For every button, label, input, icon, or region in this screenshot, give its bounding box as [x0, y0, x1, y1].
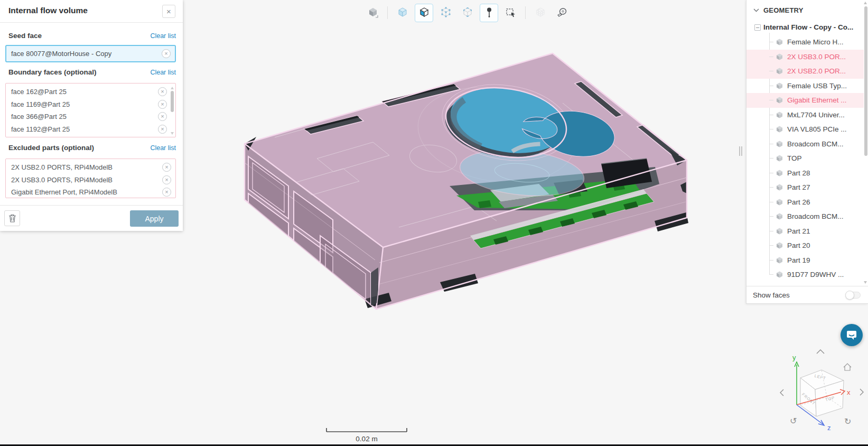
- solid-cube-view-icon[interactable]: [363, 4, 382, 22]
- mesh-cube-icon[interactable]: [531, 4, 549, 22]
- part-cube-icon: [776, 68, 783, 75]
- geometry-tree-item[interactable]: Part 19: [746, 253, 864, 268]
- geometry-tree-item[interactable]: VIA VL805 PCIe ...: [746, 122, 864, 137]
- face-list-item[interactable]: face 1169@Part 25×: [6, 98, 175, 111]
- tree-item-label: Broadcom BCM...: [787, 140, 844, 148]
- scroll-up-icon[interactable]: [171, 87, 174, 89]
- face-list-item[interactable]: face 366@Part 25×: [6, 110, 175, 123]
- box-select-icon[interactable]: [501, 4, 520, 22]
- rotate-left-button[interactable]: [780, 389, 783, 396]
- seed-clear-list-link[interactable]: Clear list: [150, 32, 176, 40]
- geometry-tree-item[interactable]: 2X USB2.0 POR...: [746, 64, 864, 79]
- face-select-cube-icon[interactable]: [415, 4, 433, 22]
- geometry-tree-item[interactable]: Gigabit Ethernet ...: [746, 93, 864, 108]
- excluded-clear-list-link[interactable]: Clear list: [150, 144, 176, 152]
- rotate-up-button[interactable]: [817, 350, 824, 354]
- seed-face-input[interactable]: face 80077@MotorHouse - Copy ×: [5, 45, 176, 62]
- tree-item-label: TOP: [787, 154, 802, 162]
- geometry-tree-item[interactable]: Part 20: [746, 238, 864, 253]
- rotate-right-button[interactable]: [860, 389, 863, 395]
- part-cube-icon: [776, 141, 783, 147]
- remove-item-button[interactable]: ×: [162, 175, 171, 184]
- roll-ccw-button[interactable]: ↺: [790, 416, 797, 425]
- face-list-item[interactable]: 2X USB2.0 PORTS, RPi4ModelB×: [6, 161, 175, 174]
- geometry-tree-item[interactable]: Part 27: [746, 180, 864, 195]
- chat-bubble-icon: [846, 329, 857, 341]
- geometry-tree-item[interactable]: 2X USB3.0 POR...: [746, 50, 864, 64]
- remove-item-button[interactable]: ×: [162, 163, 171, 172]
- probe-pin-icon[interactable]: [480, 4, 498, 22]
- geometry-tree-item[interactable]: Part 28: [746, 166, 864, 181]
- geometry-tree-item[interactable]: Part 21: [746, 224, 864, 239]
- chat-support-button[interactable]: [841, 324, 863, 346]
- tree-children: Female Micro H...2X USB3.0 POR...2X USB2…: [746, 35, 868, 282]
- geometry-tree-item[interactable]: Broadcom BCM...: [746, 137, 864, 152]
- part-cube-icon: [776, 155, 783, 162]
- part-cube-icon: [776, 126, 783, 133]
- geometry-tree-header[interactable]: GEOMETRY: [746, 3, 864, 17]
- delete-button[interactable]: [4, 210, 20, 226]
- tree-item-label: Part 20: [787, 241, 810, 249]
- geometry-tree-item[interactable]: TOP: [746, 151, 864, 166]
- seed-face-label: Seed face: [8, 32, 42, 40]
- boundary-faces-list[interactable]: face 162@Part 25×face 1169@Part 25×face …: [5, 83, 176, 137]
- tree-scrollbar[interactable]: [864, 6, 867, 156]
- measure-tool-icon[interactable]: [553, 4, 571, 22]
- face-list-item[interactable]: 2X USB3.0 PORTS, RPi4ModelB×: [6, 174, 175, 187]
- scroll-up-icon[interactable]: [864, 2, 867, 4]
- remove-item-button[interactable]: ×: [162, 188, 171, 197]
- geometry-tree-item[interactable]: MxL7704 Univer...: [746, 108, 864, 123]
- tree-item-label: Gigabit Ethernet ...: [787, 96, 847, 104]
- scroll-down-icon[interactable]: [171, 132, 174, 135]
- tree-item-label: MxL7704 Univer...: [787, 111, 845, 119]
- geometry-tree-item[interactable]: Female Micro H...: [746, 35, 864, 50]
- edge-select-cube-icon[interactable]: [458, 4, 477, 22]
- tree-item-label: Broadcom BCM...: [787, 212, 844, 220]
- tree-item-label: 2X USB2.0 POR...: [787, 67, 846, 75]
- scroll-down-icon[interactable]: [864, 281, 867, 284]
- list-scrollbar[interactable]: [171, 91, 174, 112]
- seed-face-value: face 80077@MotorHouse - Copy: [6, 50, 162, 58]
- close-icon[interactable]: ×: [162, 5, 175, 18]
- home-view-button[interactable]: [844, 364, 851, 370]
- face-list-item[interactable]: face 1192@Part 25×: [6, 123, 175, 136]
- remove-item-button[interactable]: ×: [158, 112, 167, 121]
- geometry-tree-item[interactable]: 91D77 D9WHV ...: [746, 267, 864, 282]
- vertex-select-cube-icon[interactable]: [436, 4, 455, 22]
- roll-cw-button[interactable]: ↻: [844, 417, 851, 426]
- tree-item-label: Part 26: [787, 198, 810, 206]
- geometry-tree-item[interactable]: Broadcom BCM...: [746, 209, 864, 224]
- list-item-label: face 366@Part 25: [6, 113, 158, 120]
- tree-root-item[interactable]: – Internal Flow - Copy - Co...: [746, 20, 864, 34]
- scale-bar-label: 0.02 m: [356, 435, 377, 443]
- face-list-item[interactable]: face 162@Part 25×: [6, 86, 175, 98]
- apply-button[interactable]: Apply: [130, 210, 179, 227]
- boundary-clear-list-link[interactable]: Clear list: [150, 69, 176, 76]
- tree-root-label: Internal Flow - Copy - Co...: [763, 23, 853, 31]
- geometry-tree-item[interactable]: Part 26: [746, 195, 864, 210]
- remove-item-button[interactable]: ×: [158, 87, 167, 96]
- face-list-item[interactable]: Gigabit Ethernet Port, RPi4ModelB×: [6, 186, 175, 198]
- tree-item-label: Female USB Typ...: [787, 82, 847, 90]
- translucent-cube-view-icon[interactable]: [393, 4, 412, 22]
- excluded-parts-list[interactable]: 2X USB2.0 PORTS, RPi4ModelB×2X USB3.0 PO…: [5, 159, 176, 198]
- part-cube-icon: [776, 257, 783, 264]
- collapse-icon[interactable]: –: [754, 24, 761, 31]
- part-cube-icon: [776, 111, 783, 118]
- toolbar-separator: [525, 6, 526, 19]
- svg-text:y: y: [792, 354, 796, 361]
- panel-resize-handle[interactable]: [739, 146, 743, 156]
- geometry-tree-panel: GEOMETRY – Internal Flow - Copy - Co... …: [746, 0, 868, 304]
- remove-item-button[interactable]: ×: [158, 100, 167, 109]
- remove-item-button[interactable]: ×: [158, 125, 167, 134]
- geometry-tree-item[interactable]: Female USB Typ...: [746, 79, 864, 94]
- part-cube-icon: [776, 213, 783, 220]
- scale-bar: 0.02 m: [317, 424, 417, 445]
- axis-y: y: [792, 354, 799, 405]
- part-cube-icon: [776, 228, 783, 235]
- show-faces-toggle[interactable]: [846, 292, 861, 299]
- remove-item-button[interactable]: ×: [162, 49, 171, 58]
- list-item-label: 2X USB2.0 PORTS, RPi4ModelB: [6, 163, 162, 171]
- part-cube-icon: [776, 242, 783, 249]
- toolbar-separator: [387, 6, 388, 19]
